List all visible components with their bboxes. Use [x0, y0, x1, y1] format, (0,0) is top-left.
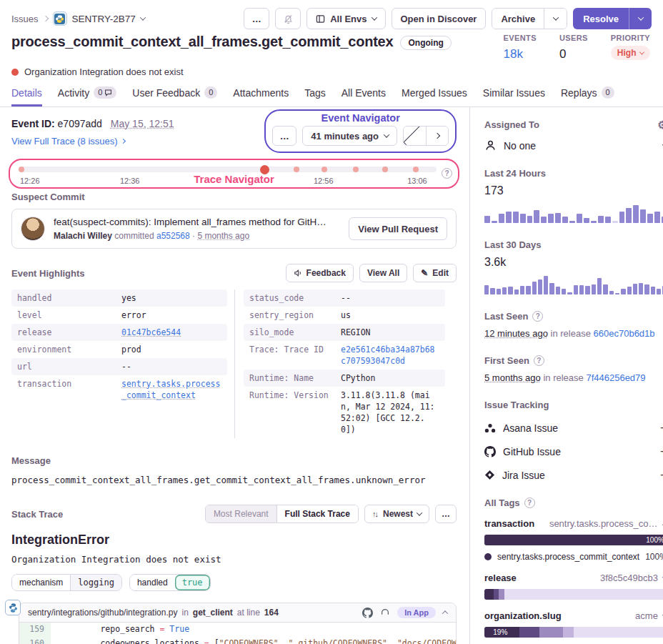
comment-bubble-icon — [104, 89, 112, 96]
most-relevant-toggle[interactable]: Most Relevant — [206, 505, 276, 522]
events-count[interactable]: 18k — [504, 47, 537, 61]
tag-organization-slug-toggle[interactable]: organization.slug acme — [484, 610, 663, 621]
more-actions-button[interactable]: … — [244, 8, 269, 29]
feedback-button[interactable]: Feedback — [286, 264, 354, 282]
first-seen-help-icon[interactable]: ? — [534, 355, 544, 366]
event-details-main: Event ID: e7097add May 15, 12:51 View Fu… — [0, 107, 469, 644]
tab-similar-issues[interactable]: Similar Issues — [483, 86, 545, 106]
status-badge: Ongoing — [400, 36, 451, 50]
event-highlights-table: handledyes levelerror release01c47bc6e54… — [11, 289, 457, 438]
first-seen-release-link[interactable]: 7f446256ed79 — [586, 372, 645, 383]
trace-event-dot[interactable] — [19, 167, 24, 172]
tab-attachments[interactable]: Attachments — [233, 86, 289, 106]
trace-id-link[interactable]: e2e561c46ba34a87b68c707593047c0d — [341, 344, 439, 367]
source-code[interactable]: 159 repo_search = True160 codeowners_loc… — [19, 623, 456, 644]
asana-issue-row[interactable]: Asana Issue + — [484, 422, 663, 434]
last-30d-total[interactable]: 3.6k — [484, 256, 663, 269]
view-pull-request-button[interactable]: View Pull Request — [349, 217, 447, 240]
trace-event-dot[interactable] — [382, 167, 388, 172]
highlights-right-column: status_code-- sentry_regionus silo_modeR… — [234, 289, 445, 438]
chevron-right-icon — [434, 133, 440, 139]
collapse-frame-chevron-icon[interactable] — [442, 610, 448, 616]
tag-release: release 3f8c5c49bcb3 — [484, 573, 663, 600]
trace-event-dot[interactable] — [294, 167, 299, 172]
tab-all-events[interactable]: All Events — [342, 86, 386, 106]
event-navigator-annotation: Event Navigator … 41 minutes ago — [264, 109, 457, 153]
tag-distribution-bar[interactable]: 100% — [484, 535, 663, 545]
resolve-button[interactable]: Resolve — [573, 8, 629, 29]
archive-dropdown-button[interactable] — [544, 9, 567, 29]
tab-replays[interactable]: Replays0 — [561, 86, 614, 106]
breadcrumb-issues-link[interactable]: Issues — [11, 14, 39, 24]
kv-row: Trace: Trace IDe2e561c46ba34a87b68c70759… — [244, 341, 445, 370]
priority-dropdown[interactable]: High — [611, 46, 650, 60]
all-tags-help-icon[interactable]: ? — [524, 497, 535, 508]
breadcrumb-issue-id[interactable]: SENTRY-2B77 — [72, 14, 136, 24]
commit-sha-link[interactable]: a552568 — [156, 231, 190, 241]
github-icon[interactable] — [362, 608, 373, 618]
tab-merged-issues[interactable]: Merged Issues — [402, 86, 467, 106]
open-pr-icon[interactable] — [380, 608, 390, 618]
handled-pill[interactable]: handledtrue — [129, 574, 211, 591]
add-asana-issue-button[interactable]: + — [660, 422, 663, 434]
next-event-button[interactable] — [426, 127, 448, 145]
event-age-dropdown[interactable]: 41 minutes ago — [302, 126, 397, 146]
add-jira-issue-button[interactable]: + — [660, 469, 663, 481]
last-24h-total[interactable]: 173 — [484, 184, 663, 197]
release-link[interactable]: 01c47bc6e544 — [121, 327, 221, 338]
error-value: Organization Integration does not exist — [11, 554, 457, 565]
resolve-dropdown-button[interactable] — [629, 8, 652, 29]
frame-line-number: 164 — [264, 608, 279, 618]
open-in-discover-button[interactable]: Open in Discover — [392, 8, 487, 29]
tag-distribution-bar[interactable]: 19% — [484, 627, 663, 638]
megaphone-icon — [294, 269, 302, 277]
trace-event-dot[interactable] — [353, 167, 359, 172]
all-envs-dropdown[interactable]: All Envs — [306, 8, 385, 29]
stack-more-button[interactable]: … — [435, 505, 457, 523]
tag-legend-row[interactable]: sentry.tasks.process_commit_context 100% — [484, 552, 663, 562]
previous-event-button[interactable] — [404, 127, 426, 145]
tab-activity[interactable]: Activity0 — [58, 86, 116, 106]
trace-event-dot[interactable] — [321, 167, 327, 172]
event-pager — [403, 126, 449, 146]
top-bar: Issues SENTRY-2B77 … All Envs Open in Di… — [0, 0, 663, 32]
tag-distribution-bar[interactable] — [484, 589, 663, 600]
mechanism-pill[interactable]: mechanismlogging — [11, 574, 122, 591]
stack-frame-header[interactable]: sentry/integrations/github/integration.p… — [19, 603, 456, 623]
jira-issue-row[interactable]: Jira Issue + — [484, 469, 663, 481]
resolve-button-group: Resolve — [573, 8, 652, 29]
tab-tags[interactable]: Tags — [304, 86, 326, 106]
event-more-button[interactable]: … — [272, 126, 296, 146]
breadcrumb-chevron-down-icon[interactable] — [140, 14, 146, 20]
view-full-trace-link[interactable]: View Full Trace (8 issues) — [11, 136, 174, 147]
chevron-down-icon — [552, 14, 558, 20]
archive-button[interactable]: Archive — [492, 9, 544, 29]
edit-button[interactable]: ✎ Edit — [413, 264, 457, 282]
assignment-settings-gear-icon[interactable]: ⚙ — [657, 119, 663, 130]
trace-help-icon[interactable]: ? — [442, 168, 452, 179]
last-seen-release-link[interactable]: 660ec70b6d1b — [594, 328, 655, 339]
github-issue-row[interactable]: GitHub Issue + — [484, 445, 663, 457]
transaction-link[interactable]: sentry.tasks.process_commit_context — [121, 378, 221, 401]
breadcrumb: Issues SENTRY-2B77 — [11, 11, 145, 26]
last-seen-help-icon[interactable]: ? — [532, 311, 543, 322]
assignee-dropdown[interactable]: No one — [484, 139, 663, 152]
first-seen-heading: First Seen — [484, 355, 529, 366]
tag-bar-segment — [539, 627, 563, 638]
kv-row: transactionsentry.tasks.process_commit_c… — [11, 375, 227, 404]
view-all-button[interactable]: View All — [359, 264, 407, 282]
mute-button[interactable] — [275, 8, 301, 29]
tag-release-toggle[interactable]: release 3f8c5c49bcb3 — [484, 573, 663, 583]
tab-details[interactable]: Details — [11, 86, 42, 106]
tag-transaction-toggle[interactable]: transaction sentry.tasks.process_com… — [484, 518, 663, 529]
users-count[interactable]: 0 — [559, 47, 588, 61]
trace-timeline-track[interactable] — [20, 167, 437, 172]
full-stack-trace-toggle[interactable]: Full Stack Trace — [276, 505, 358, 522]
add-github-issue-button[interactable]: + — [660, 445, 663, 457]
event-date[interactable]: May 15, 12:51 — [111, 118, 174, 129]
issue-tracking-section: Issue Tracking Asana Issue + GitHub Issu… — [484, 400, 663, 481]
issue-tabs: Details Activity0 User Feedback0 Attachm… — [0, 86, 663, 107]
sort-dropdown[interactable]: ↑↓ Newest — [364, 505, 429, 523]
tab-user-feedback[interactable]: User Feedback0 — [132, 86, 217, 106]
trace-event-dot[interactable] — [413, 167, 419, 172]
